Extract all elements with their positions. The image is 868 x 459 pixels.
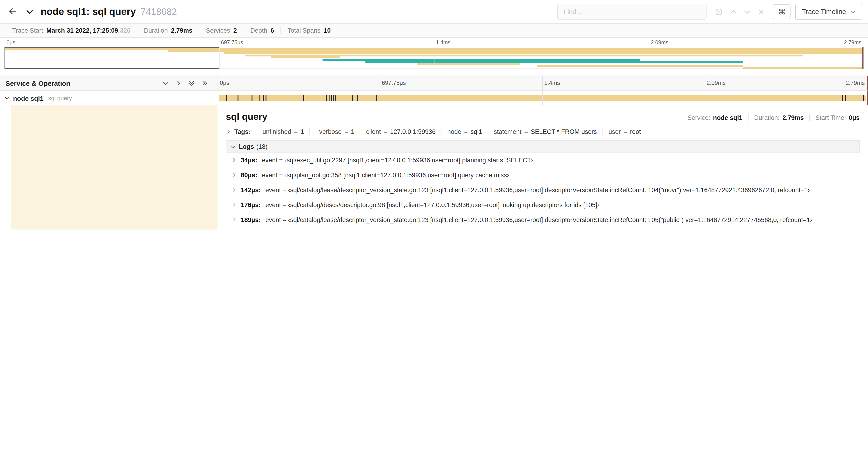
tags-chevron-icon <box>226 129 231 134</box>
logs-chevron-icon <box>230 144 236 149</box>
minimap-tick-labels: 0μs697.75μs1.4ms2.09ms2.79ms <box>4 39 864 47</box>
span-row-timeline[interactable] <box>217 91 868 105</box>
logs-list: 34μs: event = ‹sql/exec_util.go:2297 [ns… <box>226 153 860 230</box>
log-message: event = ‹sql/catalog/descs/descriptor.go… <box>266 201 599 209</box>
trace-view-select[interactable]: Trace Timeline <box>796 4 862 20</box>
tag-item: statement=SELECT * FROM users <box>488 128 602 135</box>
page-title: node sql1: sql query 7418682 <box>40 6 177 17</box>
log-tick <box>335 95 336 101</box>
log-tick <box>252 95 253 101</box>
logs-title: Logs <box>239 143 254 150</box>
timeline-ruler: 0μs697.75μs1.4ms2.09ms2.79ms <box>217 76 868 91</box>
log-tick <box>357 95 358 101</box>
log-timestamp: 80μs: <box>241 172 257 179</box>
grid-line <box>649 47 649 69</box>
log-tick <box>238 95 239 101</box>
log-timestamp: 34μs: <box>241 157 257 164</box>
top-header: node sql1: sql query 7418682 ⌘ <box>0 0 868 23</box>
summary-item: Trace StartMarch 31 2022, 17:25:09.326 <box>6 27 137 34</box>
grid-line <box>542 76 543 91</box>
tag-item: user=root <box>602 128 647 135</box>
chevron-down-icon <box>850 9 856 14</box>
log-timestamp: 189μs: <box>241 217 261 224</box>
minimap-span <box>417 63 520 65</box>
log-tick <box>263 95 264 101</box>
trace-name: node sql1: sql query <box>40 6 136 17</box>
log-entry[interactable]: 201μs: event = ‹sql/catalog/lease/descri… <box>226 228 860 230</box>
grid-line <box>380 76 380 91</box>
summary-item: Total Spans10 <box>280 27 337 34</box>
minimap-span <box>365 61 743 63</box>
log-timestamp: 142μs: <box>241 187 261 194</box>
span-detail-left-column <box>0 105 217 230</box>
log-entry[interactable]: 176μs: event = ‹sql/catalog/descs/descri… <box>226 198 860 213</box>
log-message: event = ‹sql/plan_opt.go:358 [nsql1,clie… <box>262 172 509 179</box>
tick-label: 0μs <box>220 80 229 86</box>
collapse-level-icon[interactable] <box>162 80 168 86</box>
prev-result-icon[interactable] <box>730 8 737 15</box>
keyboard-shortcuts-button[interactable]: ⌘ <box>773 4 791 19</box>
tick-label: 1.4ms <box>436 40 451 45</box>
span-detail-meta: Service:node sql1 Duration:2.79ms Start … <box>682 114 860 121</box>
tags-row[interactable]: Tags: _unfinished=1 _verbose=1 client=12… <box>226 128 860 135</box>
log-tick <box>845 95 846 101</box>
header-actions: ⌘ Trace Timeline <box>557 4 862 20</box>
logs-section: Logs (18) 34μs: event = ‹sql/exec_util.g… <box>226 140 860 230</box>
log-tick <box>304 95 305 101</box>
span-detail-panel: sql query Service:node sql1 Duration:2.7… <box>217 105 868 230</box>
expand-all-icon[interactable] <box>202 80 208 86</box>
timeline-minimap: 0μs697.75μs1.4ms2.09ms2.79ms <box>4 39 864 69</box>
back-button[interactable] <box>6 4 20 19</box>
log-chevron-icon <box>231 187 237 192</box>
summary-item: Duration2.79ms <box>137 27 199 34</box>
collapse-trace-chevron-icon[interactable] <box>24 6 35 17</box>
log-message: event = ‹sql/catalog/lease/descriptor_ve… <box>266 217 812 224</box>
tick-label: 2.79ms <box>846 80 865 86</box>
tags-label: Tags: <box>234 128 251 135</box>
log-chevron-icon <box>231 217 237 222</box>
span-detail-left-tint <box>11 105 217 230</box>
span-meta-item: Service:node sql1 <box>682 114 748 121</box>
logs-header[interactable]: Logs (18) <box>226 140 860 153</box>
span-collapse-chevron-icon[interactable] <box>5 96 10 101</box>
log-tick <box>333 95 334 101</box>
span-row[interactable]: node sql1 sql query <box>0 91 868 105</box>
tick-label: 2.09ms <box>707 80 726 86</box>
span-meta-item: Duration:2.79ms <box>748 114 809 121</box>
minimap-right-scrubber[interactable] <box>862 47 863 69</box>
tag-item: node=sql1 <box>441 128 488 135</box>
log-entry[interactable]: 34μs: event = ‹sql/exec_util.go:2297 [ns… <box>226 153 860 168</box>
grid-line <box>219 47 220 69</box>
find-input[interactable] <box>557 4 707 20</box>
log-entry[interactable]: 80μs: event = ‹sql/plan_opt.go:358 [nsql… <box>226 168 860 183</box>
tag-item: client=127.0.0.1:59936 <box>360 128 441 135</box>
log-tick <box>376 95 377 101</box>
span-detail-row: sql query Service:node sql1 Duration:2.7… <box>0 105 868 230</box>
expand-level-icon[interactable] <box>176 80 182 86</box>
log-message: event = ‹sql/catalog/lease/descriptor_ve… <box>266 187 810 194</box>
log-entry[interactable]: 189μs: event = ‹sql/catalog/lease/descri… <box>226 213 860 228</box>
tick-label: 697.75μs <box>382 80 406 86</box>
find-controls <box>711 8 768 15</box>
zoom-in-icon[interactable] <box>715 8 723 15</box>
tree-controls <box>162 80 208 86</box>
span-detail-header: sql query Service:node sql1 Duration:2.7… <box>226 111 860 122</box>
minimap-span <box>168 50 863 52</box>
minimap-span <box>271 57 340 59</box>
log-entry[interactable]: 142μs: event = ‹sql/catalog/lease/descri… <box>226 183 860 198</box>
log-chevron-icon <box>231 157 237 162</box>
arrow-left-icon <box>7 6 18 16</box>
logs-count: (18) <box>256 143 268 150</box>
collapse-all-icon[interactable] <box>189 80 195 86</box>
log-tick <box>843 95 843 101</box>
tick-label: 0μs <box>6 40 16 45</box>
span-row-label[interactable]: node sql1 sql query <box>0 91 217 105</box>
clear-search-icon[interactable] <box>758 8 765 15</box>
next-result-icon[interactable] <box>744 8 751 15</box>
grid-line <box>380 91 380 105</box>
minimap-selection-box[interactable] <box>5 47 219 69</box>
trace-timeline-page: node sql1: sql query 7418682 ⌘ <box>0 0 868 230</box>
log-tick <box>330 95 331 101</box>
minimap-canvas[interactable] <box>4 47 864 69</box>
tag-item: _verbose=1 <box>310 128 360 135</box>
